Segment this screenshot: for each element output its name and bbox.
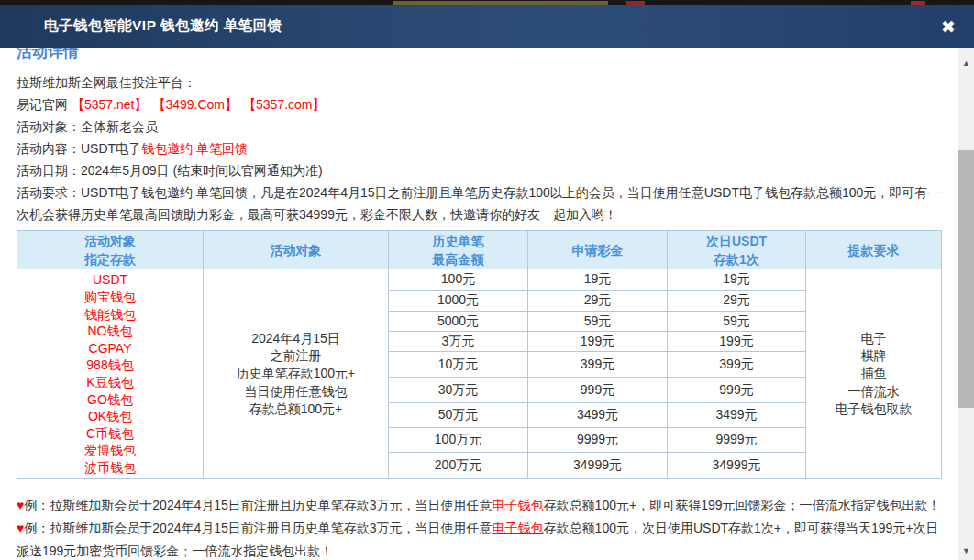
scrollbar-thumb[interactable] xyxy=(958,150,974,408)
content-line: 活动内容：USDT电子钱包邀约 单笔回馈 xyxy=(17,137,943,159)
table-row: USDT购宝钱包钱能钱包NO钱包CGPAY988钱包K豆钱包GO钱包OK钱包C币… xyxy=(17,269,942,291)
withdraw-line: 捕鱼 xyxy=(806,365,941,382)
modal-title: 电子钱包智能VIP 钱包邀约 单笔回馈 xyxy=(44,16,282,36)
withdraw-line: 棋牌 xyxy=(806,347,941,365)
date-line: 活动日期：2024年5月09日 (结束时间以官网通知为准) xyxy=(17,159,943,181)
background-page-strip xyxy=(0,0,974,5)
example-line-1: ♥例：拉斯维加斯会员于2024年4月15日前注册且历史单笔存款3万元，当日使用任… xyxy=(17,494,945,517)
vertical-scrollbar[interactable]: ▲ ▼ xyxy=(958,48,974,560)
deposit-cell: 3万元 xyxy=(389,332,528,352)
wallet-name: OK钱包 xyxy=(17,408,203,425)
header-target: 活动对象 xyxy=(204,231,389,269)
deposit-cell: 100元 xyxy=(389,269,528,291)
wallet-name: 钱能钱包 xyxy=(17,306,203,324)
next-day-cell: 19元 xyxy=(668,269,806,291)
next-day-cell: 399元 xyxy=(668,352,806,378)
wallet-name: 988钱包 xyxy=(17,357,203,374)
site-prefix: 易记官网 xyxy=(17,97,68,112)
deposit-cell: 5000元 xyxy=(389,312,528,332)
modal-content: 活动详情 拉斯维加斯全网最佳投注平台： 易记官网 【5357.net】【3499… xyxy=(0,48,958,560)
example-notes: ♥例：拉斯维加斯会员于2024年4月15日前注册且历史单笔存款3万元，当日使用任… xyxy=(17,494,945,560)
wallet-name: C币钱包 xyxy=(17,425,203,443)
condition-line: 存款总额100元+ xyxy=(204,401,388,418)
bonus-cell: 399元 xyxy=(528,352,668,378)
wallet-name: USDT xyxy=(17,271,203,289)
bonus-cell: 34999元 xyxy=(528,453,668,479)
target-line: 活动对象：全体新老会员 xyxy=(17,115,943,137)
deposit-cell: 30万元 xyxy=(389,378,528,403)
wallet-name: GO钱包 xyxy=(17,391,203,409)
deposit-cell: 100万元 xyxy=(389,428,528,453)
example-text: 例：拉斯维加斯会员于2024年4月15日前注册且历史单笔存款3万元，当日使用任意 xyxy=(24,521,492,535)
requirement-line: 活动要求：USDT电子钱包邀约 单笔回馈，凡是在2024年4月15日之前注册且单… xyxy=(17,181,943,225)
withdraw-cell: 电子棋牌捕鱼一倍流水电子钱包取款 xyxy=(806,269,942,479)
header-next-day: 次日USDT存款1次 xyxy=(668,231,806,269)
scroll-down-icon[interactable]: ▼ xyxy=(958,543,974,558)
background-text-fragment xyxy=(393,1,608,5)
example-text: 存款总额100元+，即可获得199元回馈彩金；一倍流水指定钱包出款！ xyxy=(544,498,941,512)
bonus-cell: 199元 xyxy=(528,332,668,352)
bonus-cell: 999元 xyxy=(528,378,668,403)
next-day-cell: 59元 xyxy=(668,312,806,332)
next-day-cell: 29元 xyxy=(668,291,806,312)
deposit-cell: 200万元 xyxy=(389,453,528,479)
table-header-row: 活动对象指定存款 活动对象 历史单笔最高金额 申请彩金 次日USDT存款1次 提… xyxy=(17,231,942,269)
scroll-up-icon[interactable]: ▲ xyxy=(958,55,974,71)
condition-line: 之前注册 xyxy=(204,347,388,365)
wallet-name: 购宝钱包 xyxy=(17,289,203,306)
close-icon[interactable]: ✖ xyxy=(935,17,961,35)
content-prefix: 活动内容：USDT电子 xyxy=(17,141,141,156)
modal-header: 电子钱包智能VIP 钱包邀约 单笔回馈 ✖ xyxy=(0,5,974,48)
wallet-name: 爱博钱包 xyxy=(17,442,203,459)
platform-line: 拉斯维加斯全网最佳投注平台： xyxy=(17,71,943,93)
bonus-cell: 59元 xyxy=(528,312,668,332)
withdraw-line: 一倍流水 xyxy=(806,383,941,401)
withdraw-line: 电子钱包取款 xyxy=(806,401,941,418)
wallet-name: K豆钱包 xyxy=(17,374,203,391)
deposit-cell: 50万元 xyxy=(389,403,528,428)
deposit-cell: 1000元 xyxy=(389,291,528,312)
section-heading: 活动详情 xyxy=(17,48,79,62)
wallet-name: NO钱包 xyxy=(17,323,203,340)
header-withdraw: 提款要求 xyxy=(806,231,942,269)
site-domain: 【5357.com】 xyxy=(243,97,325,112)
next-day-cell: 999元 xyxy=(668,378,806,403)
bonus-cell: 9999元 xyxy=(528,428,668,453)
bonus-cell: 19元 xyxy=(528,269,668,291)
background-text-fragment xyxy=(911,1,925,5)
bonus-cell: 29元 xyxy=(528,291,668,312)
example-line-2: ♥例：拉斯维加斯会员于2024年4月15日前注册且历史单笔存款3万元，当日使用任… xyxy=(17,517,945,560)
header-wallets: 活动对象指定存款 xyxy=(17,231,204,269)
site-domains: 【5357.net】【3499.Com】【5357.com】 xyxy=(72,97,331,112)
header-max-deposit: 历史单笔最高金额 xyxy=(389,231,528,269)
ewallet-link[interactable]: 电子钱包 xyxy=(493,498,544,512)
site-domain: 【3499.Com】 xyxy=(152,97,238,112)
promo-details: 拉斯维加斯全网最佳投注平台： 易记官网 【5357.net】【3499.Com】… xyxy=(17,71,943,225)
promo-table: 活动对象指定存款 活动对象 历史单笔最高金额 申请彩金 次日USDT存款1次 提… xyxy=(17,230,942,479)
site-domain: 【5357.net】 xyxy=(72,97,148,112)
next-day-cell: 199元 xyxy=(668,332,806,352)
next-day-cell: 3499元 xyxy=(668,403,806,428)
deposit-cell: 10万元 xyxy=(389,352,528,378)
condition-line: 2024年4月15日 xyxy=(204,330,388,347)
next-day-cell: 9999元 xyxy=(668,428,806,453)
next-day-cell: 34999元 xyxy=(668,453,806,479)
conditions-cell: 2024年4月15日之前注册历史单笔存款100元+当日使用任意钱包存款总额100… xyxy=(204,269,389,479)
ewallet-link[interactable]: 电子钱包 xyxy=(493,521,544,535)
wallet-name: 波币钱包 xyxy=(17,459,203,477)
header-bonus: 申请彩金 xyxy=(528,231,668,269)
condition-line: 当日使用任意钱包 xyxy=(204,383,388,401)
wallet-list-cell: USDT购宝钱包钱能钱包NO钱包CGPAY988钱包K豆钱包GO钱包OK钱包C币… xyxy=(17,269,204,479)
wallet-name: CGPAY xyxy=(17,340,203,357)
background-text-fragment xyxy=(626,1,645,5)
condition-line: 历史单笔存款100元+ xyxy=(204,365,388,382)
content-highlight: 钱包邀约 单笔回馈 xyxy=(141,141,248,156)
bonus-cell: 3499元 xyxy=(528,403,668,428)
example-text: 例：拉斯维加斯会员于2024年4月15日前注册且历史单笔存款3万元，当日使用任意 xyxy=(24,498,492,512)
withdraw-line: 电子 xyxy=(806,330,941,347)
official-sites-line: 易记官网 【5357.net】【3499.Com】【5357.com】 xyxy=(17,93,943,115)
